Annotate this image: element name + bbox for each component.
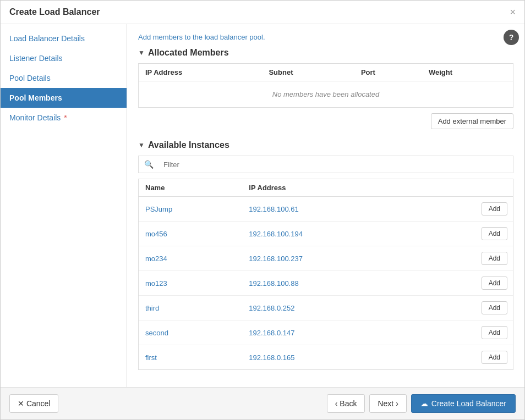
sidebar-item-monitor-details[interactable]: Monitor Details *	[1, 108, 127, 128]
allocated-section-title: Allocated Members	[148, 48, 229, 58]
instance-name: second	[139, 320, 242, 345]
instance-ip: 192.168.100.61	[242, 197, 414, 222]
instance-name: first	[139, 345, 242, 370]
modal-header: Create Load Balancer ×	[1, 1, 524, 24]
instance-ip: 192.168.0.165	[242, 345, 414, 370]
instance-action: Add	[414, 271, 513, 296]
table-row: PSJump192.168.100.61Add	[139, 197, 513, 222]
instance-action: Add	[414, 222, 513, 246]
add-instance-button[interactable]: Add	[482, 202, 507, 215]
available-section-header: ▼ Available Instances	[138, 140, 513, 150]
content-area: ? Add members to the load balancer pool.…	[127, 24, 524, 387]
instance-name: PSJump	[139, 197, 242, 222]
instances-col-name: Name	[139, 179, 242, 197]
footer-left: ✕ Cancel	[9, 394, 58, 413]
instruction-text: Add members to the load balancer pool.	[138, 33, 513, 41]
back-button[interactable]: ‹ Back	[327, 394, 365, 413]
instance-ip: 192.168.100.237	[242, 246, 414, 271]
required-indicator: *	[62, 113, 67, 122]
modal-footer: ✕ Cancel ‹ Back Next › ☁ Create Load Bal…	[1, 387, 524, 419]
instance-ip-link: 192.168.100.61	[249, 205, 298, 213]
allocated-empty-message: No members have been allocated	[139, 81, 513, 108]
allocated-col-port: Port	[354, 64, 422, 81]
instance-name-link[interactable]: mo234	[145, 255, 167, 263]
table-row: mo123192.168.100.88Add	[139, 271, 513, 296]
cancel-button[interactable]: ✕ Cancel	[9, 394, 58, 413]
sidebar-item-listener-details[interactable]: Listener Details	[1, 48, 127, 68]
instance-action: Add	[414, 197, 513, 222]
table-row: second192.168.0.147Add	[139, 320, 513, 345]
help-icon[interactable]: ?	[504, 30, 519, 45]
sidebar-item-pool-members[interactable]: Pool Members	[1, 88, 127, 108]
add-instance-button[interactable]: Add	[482, 252, 507, 265]
allocated-members-table: IP Address Subnet Port Weight No members…	[139, 64, 513, 107]
instance-ip: 192.168.100.88	[242, 271, 414, 296]
modal-body: Load Balancer Details Listener Details P…	[1, 24, 524, 387]
add-instance-button[interactable]: Add	[482, 326, 507, 339]
table-row: third192.168.0.252Add	[139, 296, 513, 320]
available-instances-table-container: Name IP Address PSJump192.168.100.61Addm…	[138, 179, 513, 370]
add-instance-button[interactable]: Add	[482, 227, 507, 240]
instance-ip-link: 192.168.100.194	[249, 230, 303, 238]
allocated-empty-row: No members have been allocated	[139, 81, 513, 108]
close-button[interactable]: ×	[510, 7, 516, 17]
modal-container: Create Load Balancer × Load Balancer Det…	[0, 0, 525, 420]
add-instance-button[interactable]: Add	[482, 351, 507, 364]
instance-name-link[interactable]: third	[145, 304, 159, 312]
instance-ip: 192.168.100.194	[242, 222, 414, 246]
instance-action: Add	[414, 345, 513, 370]
allocated-chevron-icon: ▼	[138, 49, 145, 57]
instance-name-link[interactable]: first	[145, 353, 157, 362]
modal-title: Create Load Balancer	[9, 7, 100, 17]
instance-name: mo123	[139, 271, 242, 296]
cloud-icon: ☁	[420, 399, 428, 408]
instance-ip-link: 192.168.100.88	[249, 279, 298, 288]
instance-ip: 192.168.0.147	[242, 320, 414, 345]
filter-input[interactable]	[159, 157, 513, 173]
create-label: Create Load Balancer	[431, 399, 506, 408]
allocated-section-header: ▼ Allocated Members	[138, 48, 513, 58]
table-row: mo456192.168.100.194Add	[139, 222, 513, 246]
filter-row: 🔍	[138, 156, 513, 173]
search-icon: 🔍	[139, 156, 159, 173]
instance-ip-link: 192.168.0.165	[249, 353, 294, 362]
instance-action: Add	[414, 246, 513, 271]
instance-action: Add	[414, 320, 513, 345]
instance-name-link[interactable]: second	[145, 329, 168, 337]
add-instance-button[interactable]: Add	[482, 277, 507, 290]
instance-name: mo456	[139, 222, 242, 246]
sidebar: Load Balancer Details Listener Details P…	[1, 24, 127, 387]
instances-col-ip: IP Address	[242, 179, 414, 197]
instance-ip-link: 192.168.100.237	[249, 255, 303, 263]
instances-col-action	[414, 179, 513, 197]
sidebar-item-load-balancer-details[interactable]: Load Balancer Details	[1, 29, 127, 48]
add-external-member-button[interactable]: Add external member	[431, 113, 513, 129]
footer-right: ‹ Back Next › ☁ Create Load Balancer	[327, 394, 516, 413]
allocated-col-ip: IP Address	[139, 64, 262, 81]
next-button[interactable]: Next ›	[369, 394, 406, 413]
sidebar-item-pool-details[interactable]: Pool Details	[1, 68, 127, 88]
instance-ip-link: 192.168.0.252	[249, 304, 294, 312]
instance-action: Add	[414, 296, 513, 320]
instance-ip-link: 192.168.0.147	[249, 329, 294, 337]
instance-name-link[interactable]: mo123	[145, 279, 167, 288]
create-load-balancer-button[interactable]: ☁ Create Load Balancer	[411, 394, 516, 413]
instance-name: third	[139, 296, 242, 320]
allocated-members-table-container: IP Address Subnet Port Weight No members…	[138, 63, 513, 108]
available-instances-table: Name IP Address PSJump192.168.100.61Addm…	[139, 179, 513, 369]
instance-name-link[interactable]: mo456	[145, 230, 167, 238]
allocated-col-weight: Weight	[422, 64, 513, 81]
instance-name: mo234	[139, 246, 242, 271]
allocated-col-subnet: Subnet	[262, 64, 354, 81]
instance-ip: 192.168.0.252	[242, 296, 414, 320]
table-row: mo234192.168.100.237Add	[139, 246, 513, 271]
add-external-row: Add external member	[138, 113, 513, 129]
instance-name-link[interactable]: PSJump	[145, 205, 172, 213]
available-chevron-icon: ▼	[138, 141, 145, 149]
available-section-title: Available Instances	[148, 140, 229, 150]
add-instance-button[interactable]: Add	[482, 301, 507, 314]
table-row: first192.168.0.165Add	[139, 345, 513, 370]
